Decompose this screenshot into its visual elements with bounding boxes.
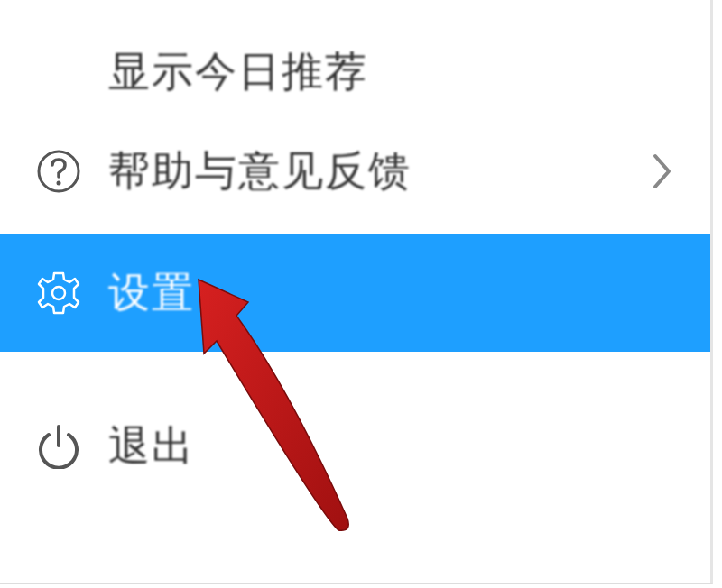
context-menu: 显示今日推荐 帮助与意见反馈 设置 bbox=[0, 0, 713, 584]
menu-item-exit[interactable]: 退出 bbox=[0, 388, 710, 505]
menu-item-label: 显示今日推荐 bbox=[108, 44, 368, 100]
svg-point-2 bbox=[52, 287, 65, 299]
power-icon bbox=[27, 424, 90, 469]
menu-item-label: 帮助与意见反馈 bbox=[108, 143, 412, 199]
chevron-right-icon bbox=[651, 152, 674, 191]
svg-point-1 bbox=[57, 181, 61, 186]
menu-item-label: 退出 bbox=[108, 418, 195, 474]
menu-item-help[interactable]: 帮助与意见反馈 bbox=[0, 117, 710, 225]
question-circle-icon bbox=[27, 149, 90, 194]
menu-item-settings[interactable]: 设置 bbox=[0, 234, 710, 352]
menu-item-label: 设置 bbox=[108, 265, 195, 321]
menu-item-recommend[interactable]: 显示今日推荐 bbox=[0, 0, 710, 117]
gear-icon bbox=[27, 270, 90, 317]
